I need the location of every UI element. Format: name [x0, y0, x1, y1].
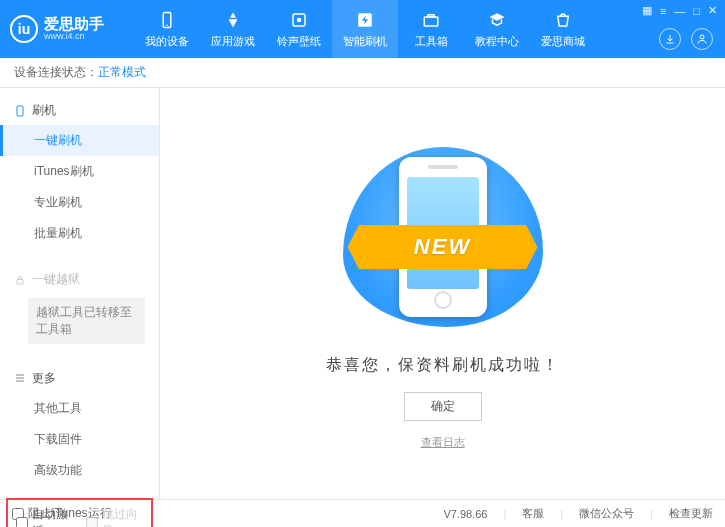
sidebar: 刷机 一键刷机 iTunes刷机 专业刷机 批量刷机 一键越狱 越狱工具已转移至…	[0, 88, 160, 499]
titlebar: iu 爱思助手 www.i4.cn 我的设备 应用游戏 铃声壁纸 智能刷机 工具…	[0, 0, 725, 58]
connection-status-bar: 设备连接状态： 正常模式	[0, 58, 725, 88]
new-ribbon: NEW	[348, 225, 538, 269]
check-update-link[interactable]: 检查更新	[669, 506, 713, 521]
logo-icon: iu	[10, 15, 38, 43]
view-log-link[interactable]: 查看日志	[421, 435, 465, 450]
menu-icon[interactable]: ≡	[660, 5, 666, 17]
status-prefix: 设备连接状态：	[14, 64, 98, 81]
store-icon	[553, 10, 573, 30]
svg-point-1	[166, 24, 168, 26]
nav-apps[interactable]: 应用游戏	[200, 0, 266, 58]
nav-store[interactable]: 爱思商城	[530, 0, 596, 58]
svg-rect-5	[424, 17, 438, 26]
app-url: www.i4.cn	[44, 32, 104, 42]
top-nav: 我的设备 应用游戏 铃声壁纸 智能刷机 工具箱 教程中心 爱思商城	[134, 0, 596, 58]
success-illustration: NEW	[323, 137, 563, 337]
nav-ringtone[interactable]: 铃声壁纸	[266, 0, 332, 58]
list-icon	[14, 372, 26, 384]
ringtone-icon	[289, 10, 309, 30]
svg-point-3	[297, 17, 302, 22]
app-name: 爱思助手	[44, 16, 104, 33]
status-mode: 正常模式	[98, 64, 146, 81]
nav-toolbox[interactable]: 工具箱	[398, 0, 464, 58]
sidebar-jailbreak-note: 越狱工具已转移至工具箱	[28, 298, 145, 344]
sidebar-item-oneclick[interactable]: 一键刷机	[0, 125, 159, 156]
svg-rect-9	[17, 279, 23, 284]
sidebar-head-jailbreak: 一键越狱	[0, 265, 159, 294]
sidebar-item-download-firmware[interactable]: 下载固件	[0, 424, 159, 455]
sidebar-item-batch[interactable]: 批量刷机	[0, 218, 159, 249]
phone-icon	[14, 105, 26, 117]
success-message: 恭喜您，保资料刷机成功啦！	[326, 355, 560, 376]
window-controls: ▦ ≡ — □ ✕	[642, 4, 717, 17]
close-button[interactable]: ✕	[708, 4, 717, 17]
lock-icon	[14, 274, 26, 286]
tutorials-icon	[487, 10, 507, 30]
header-actions	[659, 28, 713, 50]
wechat-link[interactable]: 微信公众号	[579, 506, 634, 521]
user-button[interactable]	[691, 28, 713, 50]
nav-device[interactable]: 我的设备	[134, 0, 200, 58]
main-area: NEW 恭喜您，保资料刷机成功啦！ 确定 查看日志	[160, 88, 725, 499]
svg-rect-8	[17, 106, 23, 116]
toolbox-icon	[421, 10, 441, 30]
sidebar-head-more[interactable]: 更多	[0, 364, 159, 393]
device-icon	[157, 10, 177, 30]
support-link[interactable]: 客服	[522, 506, 544, 521]
flash-icon	[355, 10, 375, 30]
download-button[interactable]	[659, 28, 681, 50]
app-logo: iu 爱思助手 www.i4.cn	[10, 15, 104, 43]
apps-icon	[223, 10, 243, 30]
svg-rect-6	[428, 14, 434, 16]
grid-icon[interactable]: ▦	[642, 4, 652, 17]
auto-activate-checkbox[interactable]: 自动激活	[16, 506, 74, 527]
version-label: V7.98.66	[443, 508, 487, 520]
svg-point-7	[700, 35, 704, 39]
nav-flash[interactable]: 智能刷机	[332, 0, 398, 58]
ok-button[interactable]: 确定	[404, 392, 482, 421]
skip-wizard-checkbox[interactable]: 跳过向导	[86, 506, 144, 527]
maximize-button[interactable]: □	[693, 5, 700, 17]
options-highlight-box: 自动激活 跳过向导	[6, 498, 153, 527]
sidebar-item-itunes[interactable]: iTunes刷机	[0, 156, 159, 187]
sidebar-item-othertools[interactable]: 其他工具	[0, 393, 159, 424]
minimize-button[interactable]: —	[674, 5, 685, 17]
sidebar-head-flash[interactable]: 刷机	[0, 96, 159, 125]
sidebar-item-pro[interactable]: 专业刷机	[0, 187, 159, 218]
nav-tutorials[interactable]: 教程中心	[464, 0, 530, 58]
sidebar-item-advanced[interactable]: 高级功能	[0, 455, 159, 486]
